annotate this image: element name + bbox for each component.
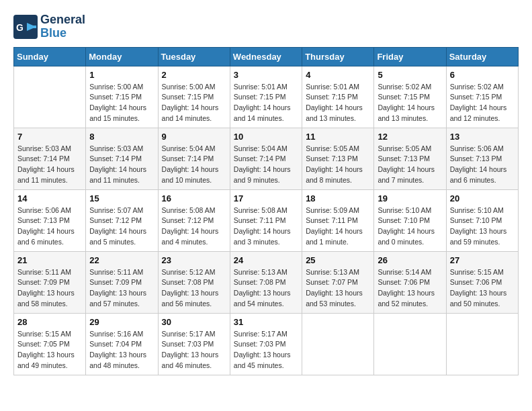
logo-name-blue: Blue bbox=[40, 27, 85, 40]
day-number: 9 bbox=[162, 132, 226, 142]
day-number: 6 bbox=[450, 70, 515, 80]
col-header-saturday: Saturday bbox=[446, 47, 518, 66]
day-number: 16 bbox=[162, 193, 226, 203]
day-number: 11 bbox=[306, 132, 370, 142]
day-cell: 20Sunrise: 5:10 AMSunset: 7:10 PMDayligh… bbox=[446, 189, 518, 251]
day-cell: 17Sunrise: 5:08 AMSunset: 7:11 PMDayligh… bbox=[230, 189, 302, 251]
day-cell: 15Sunrise: 5:07 AMSunset: 7:12 PMDayligh… bbox=[86, 189, 158, 251]
col-header-friday: Friday bbox=[374, 47, 446, 66]
day-cell: 12Sunrise: 5:05 AMSunset: 7:13 PMDayligh… bbox=[374, 128, 446, 189]
day-info: Sunrise: 5:15 AMSunset: 7:05 PMDaylight:… bbox=[17, 329, 82, 371]
day-number: 21 bbox=[17, 255, 82, 265]
day-cell: 23Sunrise: 5:12 AMSunset: 7:08 PMDayligh… bbox=[158, 251, 230, 313]
day-number: 28 bbox=[17, 317, 82, 327]
day-cell: 21Sunrise: 5:11 AMSunset: 7:09 PMDayligh… bbox=[14, 251, 86, 313]
logo: G General Blue bbox=[13, 13, 85, 40]
day-cell: 1Sunrise: 5:00 AMSunset: 7:15 PMDaylight… bbox=[86, 66, 158, 128]
day-number: 8 bbox=[89, 132, 154, 142]
day-info: Sunrise: 5:06 AMSunset: 7:13 PMDaylight:… bbox=[17, 205, 82, 248]
day-info: Sunrise: 5:02 AMSunset: 7:15 PMDaylight:… bbox=[378, 82, 442, 124]
day-number: 7 bbox=[17, 132, 82, 142]
day-cell: 10Sunrise: 5:04 AMSunset: 7:14 PMDayligh… bbox=[230, 128, 302, 189]
day-cell: 4Sunrise: 5:01 AMSunset: 7:15 PMDaylight… bbox=[302, 66, 374, 128]
day-info: Sunrise: 5:08 AMSunset: 7:11 PMDaylight:… bbox=[234, 205, 298, 248]
logo-name-general: General bbox=[40, 13, 85, 27]
page-header: G General Blue bbox=[13, 13, 519, 40]
week-row-5: 28Sunrise: 5:15 AMSunset: 7:05 PMDayligh… bbox=[14, 313, 519, 375]
day-cell bbox=[302, 313, 374, 375]
day-cell: 25Sunrise: 5:13 AMSunset: 7:07 PMDayligh… bbox=[302, 251, 374, 313]
col-header-monday: Monday bbox=[86, 47, 158, 66]
day-number: 12 bbox=[378, 132, 442, 142]
day-cell bbox=[374, 313, 446, 375]
day-number: 20 bbox=[450, 193, 515, 203]
day-cell bbox=[446, 313, 518, 375]
svg-rect-3 bbox=[27, 26, 36, 28]
day-info: Sunrise: 5:14 AMSunset: 7:06 PMDaylight:… bbox=[378, 267, 442, 310]
day-cell: 22Sunrise: 5:11 AMSunset: 7:09 PMDayligh… bbox=[86, 251, 158, 313]
day-info: Sunrise: 5:07 AMSunset: 7:12 PMDaylight:… bbox=[89, 205, 154, 248]
day-info: Sunrise: 5:04 AMSunset: 7:14 PMDaylight:… bbox=[162, 144, 226, 186]
day-number: 14 bbox=[17, 193, 82, 203]
week-row-3: 14Sunrise: 5:06 AMSunset: 7:13 PMDayligh… bbox=[14, 189, 519, 251]
day-cell: 3Sunrise: 5:01 AMSunset: 7:15 PMDaylight… bbox=[230, 66, 302, 128]
day-info: Sunrise: 5:00 AMSunset: 7:15 PMDaylight:… bbox=[89, 82, 154, 124]
day-cell: 18Sunrise: 5:09 AMSunset: 7:11 PMDayligh… bbox=[302, 189, 374, 251]
day-cell: 8Sunrise: 5:03 AMSunset: 7:14 PMDaylight… bbox=[86, 128, 158, 189]
logo-icon: G bbox=[13, 15, 38, 39]
day-cell: 6Sunrise: 5:02 AMSunset: 7:15 PMDaylight… bbox=[446, 66, 518, 128]
day-info: Sunrise: 5:01 AMSunset: 7:15 PMDaylight:… bbox=[234, 82, 298, 124]
day-info: Sunrise: 5:13 AMSunset: 7:08 PMDaylight:… bbox=[234, 267, 298, 310]
day-number: 13 bbox=[450, 132, 515, 142]
week-row-1: 1Sunrise: 5:00 AMSunset: 7:15 PMDaylight… bbox=[14, 66, 519, 128]
day-info: Sunrise: 5:03 AMSunset: 7:14 PMDaylight:… bbox=[17, 144, 82, 186]
day-number: 29 bbox=[89, 317, 154, 327]
day-cell: 14Sunrise: 5:06 AMSunset: 7:13 PMDayligh… bbox=[14, 189, 86, 251]
day-cell: 27Sunrise: 5:15 AMSunset: 7:06 PMDayligh… bbox=[446, 251, 518, 313]
day-cell: 11Sunrise: 5:05 AMSunset: 7:13 PMDayligh… bbox=[302, 128, 374, 189]
day-info: Sunrise: 5:13 AMSunset: 7:07 PMDaylight:… bbox=[306, 267, 370, 310]
day-info: Sunrise: 5:01 AMSunset: 7:15 PMDaylight:… bbox=[306, 82, 370, 124]
col-header-tuesday: Tuesday bbox=[158, 47, 230, 66]
calendar-table: SundayMondayTuesdayWednesdayThursdayFrid… bbox=[13, 47, 519, 375]
day-number: 26 bbox=[378, 255, 442, 265]
day-cell: 29Sunrise: 5:16 AMSunset: 7:04 PMDayligh… bbox=[86, 313, 158, 375]
day-info: Sunrise: 5:08 AMSunset: 7:12 PMDaylight:… bbox=[162, 205, 226, 248]
day-cell: 26Sunrise: 5:14 AMSunset: 7:06 PMDayligh… bbox=[374, 251, 446, 313]
day-info: Sunrise: 5:11 AMSunset: 7:09 PMDaylight:… bbox=[17, 267, 82, 310]
svg-text:G: G bbox=[16, 22, 24, 33]
col-header-thursday: Thursday bbox=[302, 47, 374, 66]
day-number: 18 bbox=[306, 193, 370, 203]
day-info: Sunrise: 5:05 AMSunset: 7:13 PMDaylight:… bbox=[378, 144, 442, 186]
week-row-4: 21Sunrise: 5:11 AMSunset: 7:09 PMDayligh… bbox=[14, 251, 519, 313]
day-cell: 13Sunrise: 5:06 AMSunset: 7:13 PMDayligh… bbox=[446, 128, 518, 189]
day-info: Sunrise: 5:10 AMSunset: 7:10 PMDaylight:… bbox=[378, 205, 442, 248]
logo-text: G General Blue bbox=[13, 13, 85, 40]
day-number: 19 bbox=[378, 193, 442, 203]
day-info: Sunrise: 5:17 AMSunset: 7:03 PMDaylight:… bbox=[234, 329, 298, 371]
col-header-wednesday: Wednesday bbox=[230, 47, 302, 66]
day-number: 25 bbox=[306, 255, 370, 265]
day-number: 23 bbox=[162, 255, 226, 265]
col-header-sunday: Sunday bbox=[14, 47, 86, 66]
day-cell: 24Sunrise: 5:13 AMSunset: 7:08 PMDayligh… bbox=[230, 251, 302, 313]
day-number: 15 bbox=[89, 193, 154, 203]
day-cell: 31Sunrise: 5:17 AMSunset: 7:03 PMDayligh… bbox=[230, 313, 302, 375]
day-info: Sunrise: 5:00 AMSunset: 7:15 PMDaylight:… bbox=[162, 82, 226, 124]
week-row-2: 7Sunrise: 5:03 AMSunset: 7:14 PMDaylight… bbox=[14, 128, 519, 189]
calendar-header: SundayMondayTuesdayWednesdayThursdayFrid… bbox=[14, 47, 519, 66]
day-cell: 5Sunrise: 5:02 AMSunset: 7:15 PMDaylight… bbox=[374, 66, 446, 128]
day-number: 10 bbox=[234, 132, 298, 142]
day-number: 22 bbox=[89, 255, 154, 265]
day-number: 24 bbox=[234, 255, 298, 265]
day-number: 4 bbox=[306, 70, 370, 80]
day-number: 30 bbox=[162, 317, 226, 327]
day-info: Sunrise: 5:06 AMSunset: 7:13 PMDaylight:… bbox=[450, 144, 515, 186]
day-cell: 7Sunrise: 5:03 AMSunset: 7:14 PMDaylight… bbox=[14, 128, 86, 189]
day-info: Sunrise: 5:12 AMSunset: 7:08 PMDaylight:… bbox=[162, 267, 226, 310]
calendar-body: 1Sunrise: 5:00 AMSunset: 7:15 PMDaylight… bbox=[14, 66, 519, 375]
day-number: 1 bbox=[89, 70, 154, 80]
day-info: Sunrise: 5:17 AMSunset: 7:03 PMDaylight:… bbox=[162, 329, 226, 371]
day-cell: 2Sunrise: 5:00 AMSunset: 7:15 PMDaylight… bbox=[158, 66, 230, 128]
day-info: Sunrise: 5:03 AMSunset: 7:14 PMDaylight:… bbox=[89, 144, 154, 186]
